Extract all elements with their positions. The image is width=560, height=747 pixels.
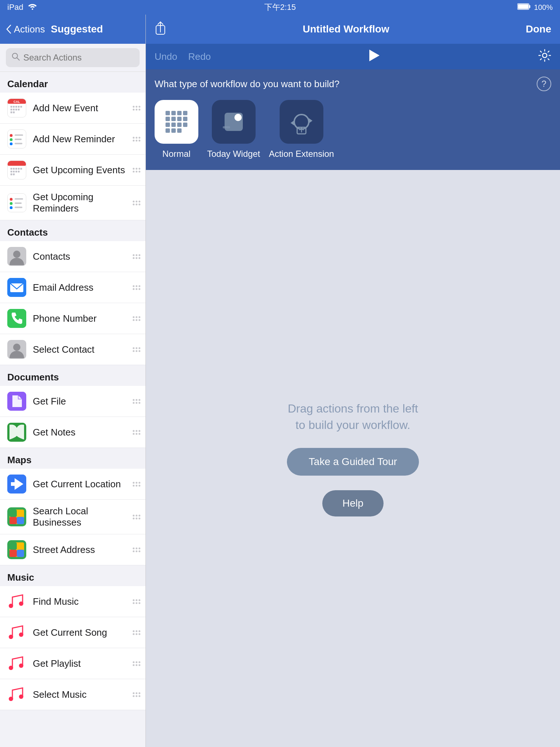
take-guided-tour-button[interactable]: Take a Guided Tour (287, 448, 419, 476)
email-icon (7, 278, 26, 297)
section-header-calendar: Calendar (0, 72, 145, 93)
today-widget-type-icon (212, 100, 256, 144)
action-item-get-upcoming-reminders[interactable]: Get Upcoming Reminders (0, 186, 145, 220)
search-box[interactable] (6, 48, 140, 67)
done-button[interactable]: Done (526, 23, 551, 35)
svg-rect-45 (15, 202, 22, 204)
redo-button[interactable]: Redo (188, 51, 211, 62)
workflow-canvas: Drag actions from the leftto build your … (146, 170, 560, 747)
svg-rect-18 (11, 112, 12, 113)
svg-rect-10 (13, 106, 15, 108)
svg-rect-81 (171, 111, 176, 115)
action-item-select-music[interactable]: Select Music (0, 679, 145, 710)
street-icon (7, 540, 26, 559)
svg-rect-24 (15, 135, 23, 136)
svg-rect-65 (9, 542, 17, 550)
svg-line-5 (17, 58, 19, 60)
svg-rect-9 (11, 106, 12, 108)
svg-rect-91 (183, 123, 187, 127)
action-item-add-new-reminder[interactable]: Add New Reminder (0, 124, 145, 155)
drag-handle (133, 482, 140, 487)
calendar-icon-2 (7, 160, 26, 179)
svg-rect-15 (13, 109, 15, 111)
svg-point-42 (10, 202, 13, 205)
svg-rect-34 (11, 171, 12, 173)
action-item-get-upcoming-events[interactable]: Get Upcoming Events (0, 155, 145, 186)
drag-hint: Drag actions from the leftto build your … (288, 400, 418, 433)
action-extension-type-label: Action Extension (269, 149, 334, 159)
action-item-find-music[interactable]: Find Music (0, 586, 145, 617)
music-icon-3 (7, 654, 26, 673)
svg-rect-26 (15, 143, 22, 144)
action-item-get-notes[interactable]: Get Notes (0, 417, 145, 448)
svg-rect-32 (18, 168, 20, 170)
action-label: Add New Reminder (33, 133, 138, 145)
drag-handle (133, 692, 140, 697)
svg-rect-31 (15, 168, 17, 170)
help-circle-button[interactable]: ? (537, 77, 551, 91)
svg-rect-82 (177, 111, 182, 115)
svg-point-68 (9, 604, 13, 608)
play-button[interactable] (369, 49, 380, 65)
search-input[interactable] (23, 53, 134, 63)
svg-point-0 (32, 8, 33, 10)
status-left: iPad (7, 3, 37, 12)
action-item-get-file[interactable]: Get File (0, 386, 145, 417)
action-label: Email Address (33, 282, 138, 293)
share-button[interactable] (155, 20, 166, 38)
action-label: Get File (33, 396, 138, 407)
reminder-icon (7, 129, 26, 148)
svg-text:CAL: CAL (13, 100, 20, 104)
drag-handle (133, 599, 140, 604)
action-item-email-address[interactable]: Email Address (0, 272, 145, 303)
music-icon-4 (7, 685, 26, 704)
svg-rect-97 (223, 126, 230, 128)
workflow-types: Normal Today Widget (155, 100, 551, 159)
drag-handle (133, 285, 140, 290)
svg-rect-12 (18, 106, 20, 108)
svg-point-21 (10, 134, 13, 137)
action-label: Select Music (33, 689, 138, 700)
workflow-type-normal[interactable]: Normal (155, 100, 198, 159)
action-item-search-local-businesses[interactable]: Search Local Businesses (0, 500, 145, 534)
action-label: Get Upcoming Events (33, 165, 138, 176)
section-header-contacts: Contacts (0, 220, 145, 241)
action-item-get-playlist[interactable]: Get Playlist (0, 648, 145, 679)
toolbar: Undo Redo (146, 44, 560, 69)
settings-button[interactable] (538, 49, 551, 65)
svg-rect-33 (20, 168, 22, 170)
svg-rect-89 (171, 123, 176, 127)
workflow-question: What type of workflow do you want to bui… (155, 77, 551, 91)
workflow-type-action-extension[interactable]: Action Extension (269, 100, 334, 159)
notes-icon (7, 423, 26, 442)
section-header-music: Music (0, 565, 145, 586)
back-button[interactable]: Actions (6, 24, 45, 35)
svg-rect-30 (13, 168, 15, 170)
svg-rect-46 (15, 207, 22, 208)
undo-button[interactable]: Undo (155, 51, 177, 62)
action-item-select-contact[interactable]: Select Contact (0, 334, 145, 365)
contacts-icon-2 (7, 340, 26, 359)
help-button[interactable]: Help (322, 490, 384, 516)
action-item-contacts[interactable]: Contacts (0, 241, 145, 272)
action-extension-type-icon (280, 100, 323, 144)
svg-rect-16 (15, 109, 17, 111)
action-item-get-current-song[interactable]: Get Current Song (0, 617, 145, 648)
svg-rect-83 (183, 111, 187, 115)
action-label: Get Notes (33, 427, 138, 438)
action-label: Add New Event (33, 102, 138, 114)
drag-handle (133, 137, 140, 142)
action-label: Find Music (33, 596, 138, 607)
right-nav: Untitled Workflow Done (146, 15, 560, 44)
action-label: Get Upcoming Reminders (33, 191, 138, 214)
svg-rect-29 (11, 168, 12, 170)
action-item-add-new-event[interactable]: CAL (0, 93, 145, 124)
action-item-street-address[interactable]: Street Address (0, 534, 145, 565)
svg-rect-80 (166, 111, 170, 115)
action-item-get-current-location[interactable]: Get Current Location (0, 469, 145, 500)
workflow-type-today-widget[interactable]: Today Widget (207, 100, 260, 159)
reminder-icon-2 (7, 193, 26, 212)
action-item-phone-number[interactable]: Phone Number (0, 303, 145, 334)
action-label: Search Local Businesses (33, 506, 138, 528)
workflow-question-text: What type of workflow do you want to bui… (155, 78, 339, 90)
